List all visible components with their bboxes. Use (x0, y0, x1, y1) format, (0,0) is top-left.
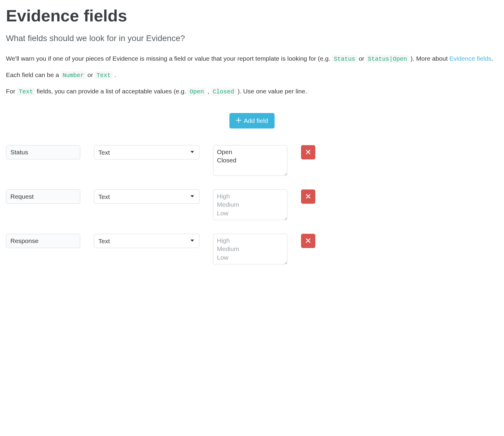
close-icon (306, 194, 311, 200)
field-values-textarea[interactable] (213, 234, 287, 264)
field-row: Text (6, 145, 498, 176)
field-type-select-wrap: Text (94, 145, 199, 159)
field-row: Text (6, 234, 498, 264)
desc-text: For (6, 88, 17, 95)
evidence-fields-link[interactable]: Evidence fields (449, 55, 491, 62)
plus-icon (236, 117, 241, 124)
desc-text: We'll warn you if one of your pieces of … (6, 55, 332, 62)
desc-text: ). More about (411, 55, 450, 62)
page-subtitle: What fields should we look for in your E… (6, 34, 498, 43)
desc-text: ). Use one value per line. (238, 88, 307, 95)
field-name-input[interactable] (6, 145, 80, 159)
desc-text: or (359, 55, 366, 62)
code-closed: Closed (211, 88, 236, 96)
description-line-3: For Text fields, you can provide a list … (6, 87, 498, 96)
field-type-select[interactable]: Text (94, 234, 199, 248)
code-status-open: Status|Open (366, 55, 409, 63)
code-status: Status (332, 55, 357, 63)
desc-text: or (87, 71, 95, 78)
field-name-input[interactable] (6, 189, 80, 204)
code-text: Text (17, 88, 35, 96)
field-values-textarea[interactable] (213, 145, 287, 176)
code-number: Number (61, 71, 86, 79)
add-field-button[interactable]: Add field (229, 113, 275, 128)
field-row: Text (6, 189, 498, 220)
close-icon (306, 238, 311, 244)
field-type-select-wrap: Text (94, 189, 199, 204)
field-type-select[interactable]: Text (94, 145, 199, 159)
add-field-label: Add field (244, 117, 268, 124)
field-type-select[interactable]: Text (94, 189, 199, 204)
close-icon (306, 150, 311, 155)
desc-text: . (114, 71, 116, 78)
field-type-select-wrap: Text (94, 234, 199, 248)
desc-text: , (207, 88, 211, 95)
delete-field-button[interactable] (301, 234, 315, 248)
delete-field-button[interactable] (301, 189, 315, 204)
delete-field-button[interactable] (301, 145, 315, 159)
desc-text: fields, you can provide a list of accept… (37, 88, 188, 95)
field-name-input[interactable] (6, 234, 80, 248)
field-values-textarea[interactable] (213, 189, 287, 220)
desc-text: . (492, 55, 493, 62)
desc-text: Each field can be a (6, 71, 61, 78)
description-line-2: Each field can be a Number or Text . (6, 70, 498, 80)
code-open: Open (188, 88, 206, 96)
page-title: Evidence fields (6, 6, 498, 25)
code-text: Text (95, 71, 113, 79)
description-line-1: We'll warn you if one of your pieces of … (6, 54, 498, 64)
